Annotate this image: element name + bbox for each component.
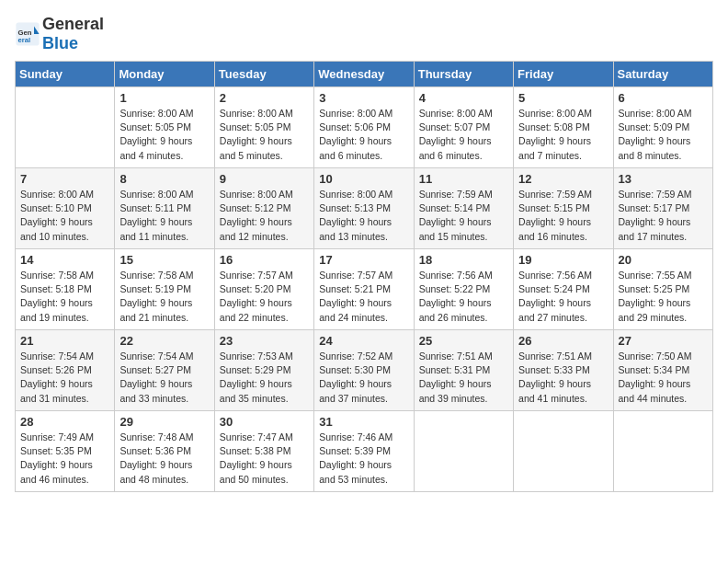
day-number: 24: [319, 334, 408, 348]
calendar-header-row: SundayMondayTuesdayWednesdayThursdayFrid…: [16, 62, 713, 87]
day-number: 26: [518, 334, 608, 348]
day-number: 5: [518, 91, 608, 105]
calendar-cell: [16, 87, 115, 168]
weekday-header-monday: Monday: [115, 62, 214, 87]
logo-general-text: General: [42, 15, 104, 33]
day-number: 30: [220, 415, 309, 429]
day-info: Sunrise: 7:56 AMSunset: 5:22 PMDaylight:…: [419, 269, 508, 325]
day-number: 1: [119, 91, 209, 105]
calendar-cell: 12Sunrise: 7:59 AMSunset: 5:15 PMDayligh…: [514, 168, 613, 249]
calendar-week-row: 28Sunrise: 7:49 AMSunset: 5:35 PMDayligh…: [16, 411, 713, 492]
calendar-cell: 8Sunrise: 8:00 AMSunset: 5:11 PMDaylight…: [115, 168, 214, 249]
day-number: 31: [319, 415, 408, 429]
day-info: Sunrise: 8:00 AMSunset: 5:06 PMDaylight:…: [319, 107, 408, 163]
weekday-header-thursday: Thursday: [414, 62, 513, 87]
day-info: Sunrise: 8:00 AMSunset: 5:07 PMDaylight:…: [419, 107, 508, 163]
day-number: 14: [20, 253, 109, 267]
calendar-cell: 13Sunrise: 7:59 AMSunset: 5:17 PMDayligh…: [613, 168, 712, 249]
day-number: 4: [419, 91, 508, 105]
day-number: 19: [518, 253, 608, 267]
day-info: Sunrise: 7:58 AMSunset: 5:19 PMDaylight:…: [119, 269, 209, 325]
day-number: 28: [20, 415, 109, 429]
day-info: Sunrise: 8:00 AMSunset: 5:10 PMDaylight:…: [20, 188, 109, 244]
calendar-cell: [514, 411, 613, 492]
day-info: Sunrise: 7:54 AMSunset: 5:27 PMDaylight:…: [119, 350, 209, 406]
weekday-header-sunday: Sunday: [16, 62, 115, 87]
calendar-cell: 21Sunrise: 7:54 AMSunset: 5:26 PMDayligh…: [16, 330, 115, 411]
weekday-header-saturday: Saturday: [613, 62, 712, 87]
day-number: 7: [20, 172, 109, 186]
day-number: 18: [419, 253, 508, 267]
logo-icon: Gen eral: [15, 21, 40, 47]
day-info: Sunrise: 7:56 AMSunset: 5:24 PMDaylight:…: [518, 269, 608, 325]
calendar-week-row: 1Sunrise: 8:00 AMSunset: 5:05 PMDaylight…: [16, 87, 713, 168]
day-info: Sunrise: 7:47 AMSunset: 5:38 PMDaylight:…: [220, 431, 309, 487]
day-number: 8: [119, 172, 209, 186]
calendar-cell: 24Sunrise: 7:52 AMSunset: 5:30 PMDayligh…: [314, 330, 414, 411]
calendar-cell: 9Sunrise: 8:00 AMSunset: 5:12 PMDaylight…: [214, 168, 313, 249]
day-number: 11: [419, 172, 508, 186]
day-info: Sunrise: 7:54 AMSunset: 5:26 PMDaylight:…: [20, 350, 109, 406]
day-info: Sunrise: 7:51 AMSunset: 5:33 PMDaylight:…: [518, 350, 608, 406]
day-number: 10: [319, 172, 408, 186]
calendar-cell: 29Sunrise: 7:48 AMSunset: 5:36 PMDayligh…: [115, 411, 214, 492]
calendar-cell: 23Sunrise: 7:53 AMSunset: 5:29 PMDayligh…: [214, 330, 313, 411]
weekday-header-friday: Friday: [514, 62, 613, 87]
day-info: Sunrise: 8:00 AMSunset: 5:05 PMDaylight:…: [119, 107, 209, 163]
weekday-header-wednesday: Wednesday: [314, 62, 414, 87]
calendar-cell: 10Sunrise: 8:00 AMSunset: 5:13 PMDayligh…: [314, 168, 414, 249]
calendar-cell: [414, 411, 513, 492]
day-info: Sunrise: 7:59 AMSunset: 5:17 PMDaylight:…: [619, 188, 708, 244]
day-number: 25: [419, 334, 508, 348]
day-number: 9: [220, 172, 309, 186]
calendar-cell: 3Sunrise: 8:00 AMSunset: 5:06 PMDaylight…: [314, 87, 414, 168]
logo: Gen eral General Blue: [15, 15, 104, 53]
day-number: 27: [619, 334, 708, 348]
calendar-week-row: 7Sunrise: 8:00 AMSunset: 5:10 PMDaylight…: [16, 168, 713, 249]
calendar-cell: 18Sunrise: 7:56 AMSunset: 5:22 PMDayligh…: [414, 249, 513, 330]
day-number: 12: [518, 172, 608, 186]
day-info: Sunrise: 7:57 AMSunset: 5:21 PMDaylight:…: [319, 269, 408, 325]
day-number: 23: [220, 334, 309, 348]
svg-text:eral: eral: [18, 36, 31, 44]
day-number: 20: [619, 253, 708, 267]
day-info: Sunrise: 7:52 AMSunset: 5:30 PMDaylight:…: [319, 350, 408, 406]
day-info: Sunrise: 7:50 AMSunset: 5:34 PMDaylight:…: [619, 350, 708, 406]
day-number: 21: [20, 334, 109, 348]
calendar-cell: 17Sunrise: 7:57 AMSunset: 5:21 PMDayligh…: [314, 249, 414, 330]
day-info: Sunrise: 7:58 AMSunset: 5:18 PMDaylight:…: [20, 269, 109, 325]
day-number: 3: [319, 91, 408, 105]
calendar-cell: 6Sunrise: 8:00 AMSunset: 5:09 PMDaylight…: [613, 87, 712, 168]
day-info: Sunrise: 8:00 AMSunset: 5:11 PMDaylight:…: [119, 188, 209, 244]
day-info: Sunrise: 7:55 AMSunset: 5:25 PMDaylight:…: [619, 269, 708, 325]
calendar-cell: 16Sunrise: 7:57 AMSunset: 5:20 PMDayligh…: [214, 249, 313, 330]
day-info: Sunrise: 7:48 AMSunset: 5:36 PMDaylight:…: [119, 431, 209, 487]
calendar-cell: 22Sunrise: 7:54 AMSunset: 5:27 PMDayligh…: [115, 330, 214, 411]
calendar-week-row: 21Sunrise: 7:54 AMSunset: 5:26 PMDayligh…: [16, 330, 713, 411]
calendar-cell: 15Sunrise: 7:58 AMSunset: 5:19 PMDayligh…: [115, 249, 214, 330]
calendar-cell: 31Sunrise: 7:46 AMSunset: 5:39 PMDayligh…: [314, 411, 414, 492]
calendar-cell: 25Sunrise: 7:51 AMSunset: 5:31 PMDayligh…: [414, 330, 513, 411]
day-number: 17: [319, 253, 408, 267]
day-info: Sunrise: 7:49 AMSunset: 5:35 PMDaylight:…: [20, 431, 109, 487]
day-number: 22: [119, 334, 209, 348]
calendar-cell: 7Sunrise: 8:00 AMSunset: 5:10 PMDaylight…: [16, 168, 115, 249]
calendar-cell: 28Sunrise: 7:49 AMSunset: 5:35 PMDayligh…: [16, 411, 115, 492]
calendar-cell: 20Sunrise: 7:55 AMSunset: 5:25 PMDayligh…: [613, 249, 712, 330]
day-info: Sunrise: 8:00 AMSunset: 5:09 PMDaylight:…: [619, 107, 708, 163]
day-info: Sunrise: 8:00 AMSunset: 5:12 PMDaylight:…: [220, 188, 309, 244]
day-info: Sunrise: 8:00 AMSunset: 5:08 PMDaylight:…: [518, 107, 608, 163]
day-number: 2: [220, 91, 309, 105]
logo-blue-text: Blue: [42, 34, 78, 52]
calendar-table: SundayMondayTuesdayWednesdayThursdayFrid…: [15, 61, 713, 492]
day-info: Sunrise: 7:59 AMSunset: 5:14 PMDaylight:…: [419, 188, 508, 244]
day-number: 16: [220, 253, 309, 267]
calendar-cell: 19Sunrise: 7:56 AMSunset: 5:24 PMDayligh…: [514, 249, 613, 330]
calendar-cell: 27Sunrise: 7:50 AMSunset: 5:34 PMDayligh…: [613, 330, 712, 411]
day-number: 15: [119, 253, 209, 267]
calendar-cell: 2Sunrise: 8:00 AMSunset: 5:05 PMDaylight…: [214, 87, 313, 168]
day-info: Sunrise: 7:51 AMSunset: 5:31 PMDaylight:…: [419, 350, 508, 406]
day-info: Sunrise: 7:57 AMSunset: 5:20 PMDaylight:…: [220, 269, 309, 325]
day-info: Sunrise: 7:46 AMSunset: 5:39 PMDaylight:…: [319, 431, 408, 487]
weekday-header-tuesday: Tuesday: [214, 62, 313, 87]
